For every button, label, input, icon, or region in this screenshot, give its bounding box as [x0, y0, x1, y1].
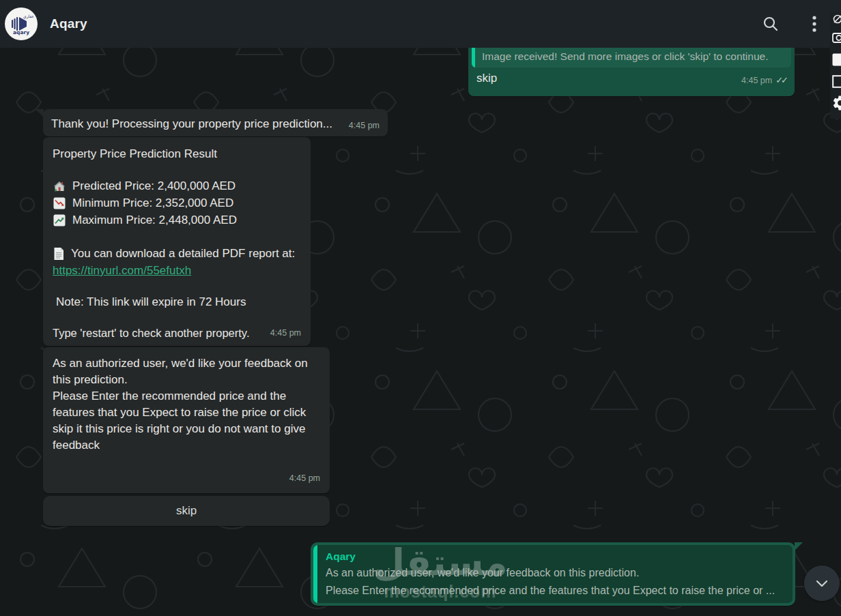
predicted-price-row: Predicted Price: 2,400,000 AED — [53, 177, 301, 194]
chart-increasing-icon — [53, 214, 66, 227]
quoted-message[interactable]: Aqary As an authorized user, we'd like y… — [313, 545, 793, 603]
chat-avatar[interactable]: aqary عقاري — [5, 8, 38, 40]
bubble-tail — [795, 542, 803, 551]
kebab-menu-icon — [812, 16, 816, 32]
message-time: 4:45 pm — [341, 121, 380, 131]
quoted-line-1: As an authorized user, we'd like your fe… — [326, 564, 775, 582]
chat-title: Aqary — [50, 16, 87, 31]
message-incoming-processing: Thank you! Processing your property pric… — [43, 109, 388, 136]
svg-text:aqary: aqary — [13, 29, 29, 35]
whatsapp-chat-window: Image received! Send more images or clic… — [0, 0, 841, 616]
predicted-price-text: Predicted Price: 2,400,000 AED — [72, 177, 236, 194]
aqary-logo-icon: aqary عقاري — [8, 10, 35, 38]
chat-header: aqary عقاري Aqary — [0, 0, 841, 48]
search-button[interactable] — [759, 12, 782, 35]
message-incoming-prediction-result: Property Price Prediction Result Predict… — [43, 137, 311, 346]
pdf-report-text: You can download a detailed PDF report a… — [71, 245, 295, 262]
search-icon — [762, 15, 780, 33]
quoted-sender-name: Aqary — [326, 549, 775, 564]
expiry-note: Note: This link will expire in 72 Hours — [53, 293, 301, 310]
maximum-price-row: Maximum Price: 2,448,000 AED — [53, 211, 301, 229]
quoted-line-2: Please Enter the recommended price and t… — [326, 582, 775, 600]
double-check-icon: ✓✓ — [775, 75, 786, 85]
feedback-paragraph-1: As an authorized user, we'd like your fe… — [53, 355, 320, 388]
gear-icon[interactable] — [831, 94, 841, 115]
menu-button[interactable] — [810, 13, 819, 35]
page-facing-up-icon — [53, 247, 65, 261]
pdf-report-link[interactable]: https://tinyurl.com/55efutxh — [53, 262, 301, 279]
message-incoming-feedback-request: As an authorized user, we'd like your fe… — [43, 347, 330, 493]
chevron-down-icon — [814, 575, 830, 591]
svg-text:عقاري: عقاري — [23, 14, 34, 19]
message-time: 4:45 pm — [265, 325, 301, 342]
feedback-paragraph-2: Please Enter the recommended price and t… — [53, 388, 320, 454]
restart-hint: Type 'restart' to check another property… — [53, 325, 249, 342]
pen-circle-icon[interactable] — [832, 14, 841, 27]
message-time: 4:45 pm — [741, 76, 772, 85]
message-outgoing-reply-preview: Aqary As an authorized user, we'd like y… — [311, 542, 795, 606]
camera-icon[interactable] — [832, 31, 841, 46]
scroll-to-bottom-button[interactable] — [804, 566, 840, 601]
result-title: Property Price Prediction Result — [53, 145, 301, 162]
message-text: Thank you! Processing your property pric… — [51, 117, 332, 131]
chart-decreasing-icon — [53, 196, 66, 210]
filled-square-icon[interactable] — [832, 53, 841, 69]
message-time: 4:45 pm — [289, 470, 320, 486]
minimum-price-text: Minimum Price: 2,352,000 AED — [72, 194, 233, 211]
skip-quick-reply-button[interactable]: skip — [43, 496, 330, 526]
bubble-tail — [35, 109, 44, 118]
outlined-square-icon[interactable] — [832, 75, 841, 91]
pdf-report-row: You can download a detailed PDF report a… — [53, 245, 301, 262]
maximum-price-text: Maximum Price: 2,448,000 AED — [72, 211, 237, 229]
message-text: skip — [476, 72, 497, 85]
house-icon — [53, 179, 66, 193]
skip-button-label: skip — [176, 504, 197, 518]
minimum-price-row: Minimum Price: 2,352,000 AED — [53, 194, 301, 211]
